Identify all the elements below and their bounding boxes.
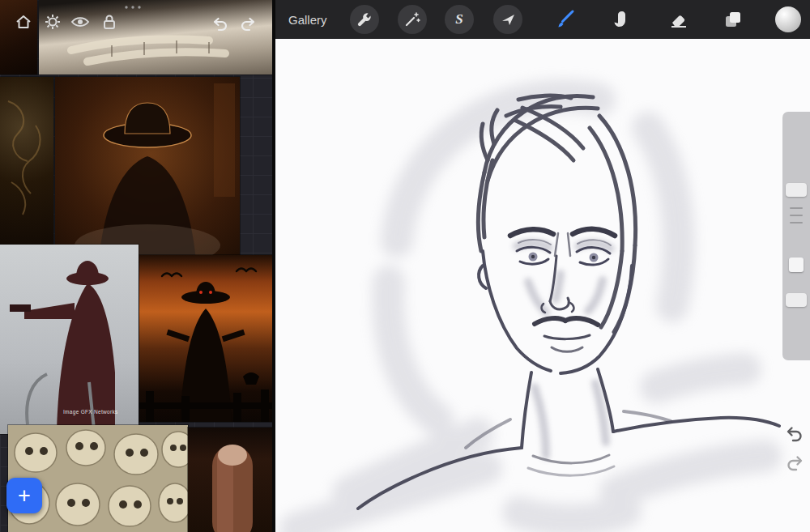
paint-brush-icon [553, 8, 576, 31]
screen: Image GFX Networks [0, 0, 810, 532]
ref-image-vintage-gunslinger[interactable]: Image GFX Networks [0, 245, 139, 434]
color-swatch-icon [775, 6, 801, 32]
lock-button[interactable] [99, 11, 120, 32]
redo-icon [239, 15, 258, 32]
ref-image-thumb-closeup[interactable] [188, 428, 275, 532]
wrench-icon [356, 11, 373, 28]
slider-tick [790, 207, 803, 209]
canvas-undo-icon [782, 423, 804, 443]
lock-icon [100, 12, 119, 32]
image-watermark: Image GFX Networks [63, 409, 118, 415]
gunslinger-silhouette [0, 245, 139, 434]
revolver-engraving [0, 77, 53, 245]
ref-toolbar [0, 0, 275, 36]
procreate-topbar: Gallery S [275, 0, 810, 39]
brush-sidebar [782, 112, 810, 360]
ref-redo-button[interactable] [238, 13, 259, 34]
gallery-button[interactable]: Gallery [288, 0, 327, 39]
home-icon [14, 12, 33, 32]
undo-icon [210, 15, 229, 32]
brush-size-slider[interactable] [786, 183, 807, 197]
selection-button[interactable]: S [445, 5, 474, 34]
more-dots-icon [123, 3, 143, 11]
layers-icon [723, 9, 744, 30]
reference-board-panel: Image GFX Networks [0, 0, 275, 532]
magic-wand-icon [403, 11, 421, 28]
cowboy-silhouette [55, 77, 240, 262]
transform-button[interactable] [493, 5, 522, 34]
ref-image-cowboy-hat-figure[interactable] [55, 77, 240, 262]
opacity-slider[interactable] [786, 293, 807, 307]
ref-image-ornate-revolver[interactable] [0, 77, 53, 245]
paint-tool-button[interactable] [552, 7, 577, 32]
eye-icon [70, 12, 91, 32]
visibility-button[interactable] [70, 11, 91, 32]
eraser-icon [668, 9, 689, 30]
selection-s-icon: S [455, 11, 463, 28]
color-button[interactable] [774, 6, 802, 33]
eraser-tool-button[interactable] [667, 7, 691, 32]
more-button[interactable] [122, 2, 144, 13]
layers-button[interactable] [721, 7, 745, 32]
thumb-shape [188, 428, 275, 532]
transform-arrow-icon [499, 11, 517, 28]
slider-tick [790, 222, 803, 223]
crow-gunman-silhouette [139, 255, 272, 422]
portrait-sketch [275, 39, 810, 532]
add-reference-button[interactable]: + [6, 478, 42, 513]
gear-icon [43, 12, 62, 32]
drawing-canvas[interactable] [275, 39, 810, 532]
smudge-finger-icon [612, 9, 633, 30]
smudge-tool-button[interactable] [610, 7, 634, 32]
settings-button[interactable] [42, 11, 63, 32]
actions-button[interactable] [350, 5, 379, 34]
canvas-undo-button[interactable] [781, 421, 805, 445]
slider-tick [790, 215, 803, 216]
modify-button[interactable] [789, 257, 804, 272]
adjustments-magic-button[interactable] [398, 5, 427, 34]
home-button[interactable] [13, 11, 34, 32]
ref-image-crow-gunman[interactable] [139, 255, 272, 422]
ref-undo-button[interactable] [209, 13, 230, 34]
canvas-redo-button[interactable] [784, 450, 808, 475]
canvas-redo-icon [786, 453, 807, 472]
